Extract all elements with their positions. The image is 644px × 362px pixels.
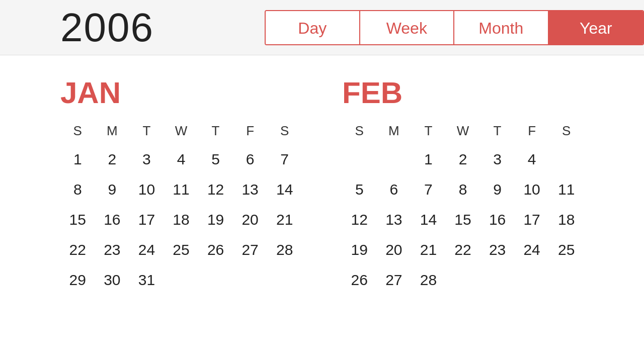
table-row: 24 xyxy=(515,237,549,262)
tab-week[interactable]: Week xyxy=(360,11,455,45)
table-row: 3 xyxy=(480,147,515,172)
dow-jan-wed: W xyxy=(164,120,199,142)
table-row: 13 xyxy=(377,207,412,232)
table-row: 20 xyxy=(377,237,412,262)
table-row: 1 xyxy=(60,147,95,172)
dow-jan-sat: S xyxy=(267,120,302,142)
table-row: 4 xyxy=(515,147,549,172)
table-row xyxy=(267,267,302,293)
table-row xyxy=(164,267,199,293)
table-row: 10 xyxy=(129,177,164,202)
table-row: 27 xyxy=(233,237,268,262)
table-row: 19 xyxy=(198,207,233,232)
table-row: 22 xyxy=(446,237,480,262)
calendar-area: JAN S M T W T F S 1 2 3 4 5 6 7 8 9 10 1… xyxy=(0,55,644,313)
table-row: 7 xyxy=(411,177,446,202)
table-row: 18 xyxy=(549,207,584,232)
table-row: 9 xyxy=(95,177,130,202)
table-row: 4 xyxy=(164,147,199,172)
table-row: 18 xyxy=(164,207,199,232)
dow-jan-sun: S xyxy=(60,120,95,142)
year-title: 2006 xyxy=(60,5,154,51)
dow-jan-tue: T xyxy=(129,120,164,142)
table-row: 31 xyxy=(129,267,164,293)
table-row: 2 xyxy=(95,147,130,172)
dow-feb-thu: T xyxy=(480,120,515,142)
table-row: 10 xyxy=(515,177,549,202)
table-row xyxy=(377,147,412,172)
table-row: 25 xyxy=(549,237,584,262)
table-row: 27 xyxy=(377,267,412,293)
dow-feb-fri: F xyxy=(515,120,549,142)
table-row: 5 xyxy=(342,177,377,202)
table-row xyxy=(515,267,549,293)
dow-feb-sat: S xyxy=(549,120,584,142)
table-row: 1 xyxy=(411,147,446,172)
table-row xyxy=(480,267,515,293)
table-row: 28 xyxy=(267,237,302,262)
table-row: 9 xyxy=(480,177,515,202)
table-row: 17 xyxy=(515,207,549,232)
table-row: 11 xyxy=(164,177,199,202)
cal-grid-feb: S M T W T F S 1 2 3 4 5 6 7 8 9 10 11 12… xyxy=(342,120,584,293)
table-row: 21 xyxy=(411,237,446,262)
table-row: 28 xyxy=(411,267,446,293)
table-row: 25 xyxy=(164,237,199,262)
table-row: 11 xyxy=(549,177,584,202)
table-row: 8 xyxy=(60,177,95,202)
dow-feb-mon: M xyxy=(377,120,412,142)
table-row: 15 xyxy=(446,207,480,232)
table-row xyxy=(198,267,233,293)
dow-jan-thu: T xyxy=(198,120,233,142)
table-row: 3 xyxy=(129,147,164,172)
table-row: 6 xyxy=(233,147,268,172)
table-row: 2 xyxy=(446,147,480,172)
table-row: 29 xyxy=(60,267,95,293)
dow-feb-tue: T xyxy=(411,120,446,142)
tab-day[interactable]: Day xyxy=(266,11,360,45)
table-row: 19 xyxy=(342,237,377,262)
dow-feb-wed: W xyxy=(446,120,480,142)
cal-grid-jan: S M T W T F S 1 2 3 4 5 6 7 8 9 10 11 12… xyxy=(60,120,302,293)
table-row: 24 xyxy=(129,237,164,262)
app-header: 2006 Day Week Month Year xyxy=(0,0,644,55)
table-row: 13 xyxy=(233,177,268,202)
table-row: 14 xyxy=(411,207,446,232)
table-row: 26 xyxy=(342,267,377,293)
dow-jan-fri: F xyxy=(233,120,268,142)
table-row: 23 xyxy=(480,237,515,262)
table-row xyxy=(233,267,268,293)
table-row xyxy=(549,267,584,293)
table-row: 16 xyxy=(95,207,130,232)
table-row: 8 xyxy=(446,177,480,202)
table-row: 20 xyxy=(233,207,268,232)
table-row: 12 xyxy=(342,207,377,232)
month-january: JAN S M T W T F S 1 2 3 4 5 6 7 8 9 10 1… xyxy=(40,75,322,293)
table-row xyxy=(549,147,584,172)
table-row xyxy=(342,147,377,172)
table-row: 5 xyxy=(198,147,233,172)
table-row: 16 xyxy=(480,207,515,232)
tab-month[interactable]: Month xyxy=(454,11,549,45)
month-name-feb: FEB xyxy=(342,75,584,110)
table-row: 17 xyxy=(129,207,164,232)
table-row: 21 xyxy=(267,207,302,232)
table-row: 7 xyxy=(267,147,302,172)
tab-year[interactable]: Year xyxy=(549,11,643,45)
table-row: 26 xyxy=(198,237,233,262)
table-row: 22 xyxy=(60,237,95,262)
month-name-jan: JAN xyxy=(60,75,302,110)
table-row: 14 xyxy=(267,177,302,202)
table-row: 15 xyxy=(60,207,95,232)
dow-jan-mon: M xyxy=(95,120,130,142)
table-row xyxy=(446,267,480,293)
table-row: 30 xyxy=(95,267,130,293)
dow-feb-sun: S xyxy=(342,120,377,142)
table-row: 6 xyxy=(377,177,412,202)
table-row: 12 xyxy=(198,177,233,202)
month-february: FEB S M T W T F S 1 2 3 4 5 6 7 8 9 10 1… xyxy=(322,75,604,293)
view-tabs: Day Week Month Year xyxy=(265,10,644,45)
table-row: 23 xyxy=(95,237,130,262)
